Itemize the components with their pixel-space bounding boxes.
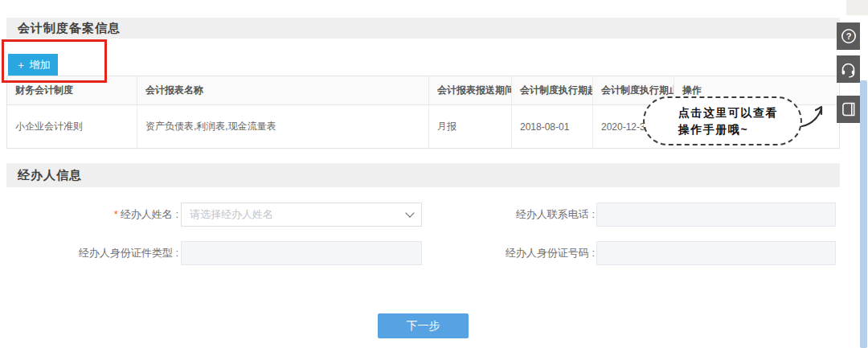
svg-text:?: ? xyxy=(845,31,851,41)
manual-hint-line1: 点击这里可以查看 xyxy=(678,104,800,121)
required-asterisk: * xyxy=(114,208,118,220)
cell-report-names: 资产负债表,利润表,现金流量表 xyxy=(137,105,429,148)
agent-name-label-text: 经办人姓名 : xyxy=(121,208,178,220)
section-header-filing: 会计制度备案信息 xyxy=(6,18,840,39)
vertical-scrollbar[interactable] xyxy=(860,80,867,348)
plus-icon: ＋ xyxy=(16,58,27,72)
agent-name-label: *经办人姓名 : xyxy=(6,203,178,227)
agent-name-select[interactable]: 请选择经办人姓名 xyxy=(181,203,422,227)
manual-hint-line2: 操作手册哦~ xyxy=(678,121,800,137)
customer-service-icon[interactable] xyxy=(837,55,860,83)
agent-id-number-label: 经办人身份证号码 : xyxy=(434,241,595,265)
cell-submission-period: 月报 xyxy=(429,105,512,148)
section-title-filing: 会计制度备案信息 xyxy=(6,21,121,36)
manual-hint-bubble: 点击这里可以查看 操作手册哦~ xyxy=(643,96,802,145)
cell-accounting-system: 小企业会计准则 xyxy=(7,105,137,148)
headset-icon xyxy=(840,61,857,78)
help-icon[interactable]: ? xyxy=(837,23,860,50)
agent-id-type-input xyxy=(181,241,422,265)
page-corner xyxy=(846,0,868,15)
agent-phone-input xyxy=(596,203,836,227)
agent-name-placeholder: 请选择经办人姓名 xyxy=(190,207,407,222)
col-header-start-date: 会计制度执行期起 xyxy=(512,76,593,104)
agent-id-type-label: 经办人身份证件类型 : xyxy=(6,241,178,265)
col-header-accounting-system: 财务会计制度 xyxy=(7,76,137,104)
operation-manual-icon[interactable] xyxy=(837,96,860,123)
accounting-filing-page: 会计制度备案信息 ＋ 增加 财务会计制度 会计报表名称 会计报表报送期间 会计制… xyxy=(0,0,868,348)
section-header-agent: 经办人信息 xyxy=(6,163,840,187)
col-header-submission-period: 会计报表报送期间 xyxy=(429,76,512,104)
section-title-agent: 经办人信息 xyxy=(6,168,82,183)
question-mark-icon: ? xyxy=(840,27,858,45)
cell-start-date: 2018-08-01 xyxy=(512,105,593,148)
chevron-down-icon xyxy=(405,208,414,217)
curved-arrow-icon xyxy=(800,104,828,129)
book-icon xyxy=(841,101,857,117)
add-button-label: 增加 xyxy=(30,58,51,72)
agent-id-number-input xyxy=(596,241,836,265)
agent-phone-label: 经办人联系电话 : xyxy=(434,203,595,227)
next-step-button[interactable]: 下一步 xyxy=(378,313,469,338)
col-header-report-names: 会计报表名称 xyxy=(137,76,429,104)
add-button[interactable]: ＋ 增加 xyxy=(8,54,58,76)
